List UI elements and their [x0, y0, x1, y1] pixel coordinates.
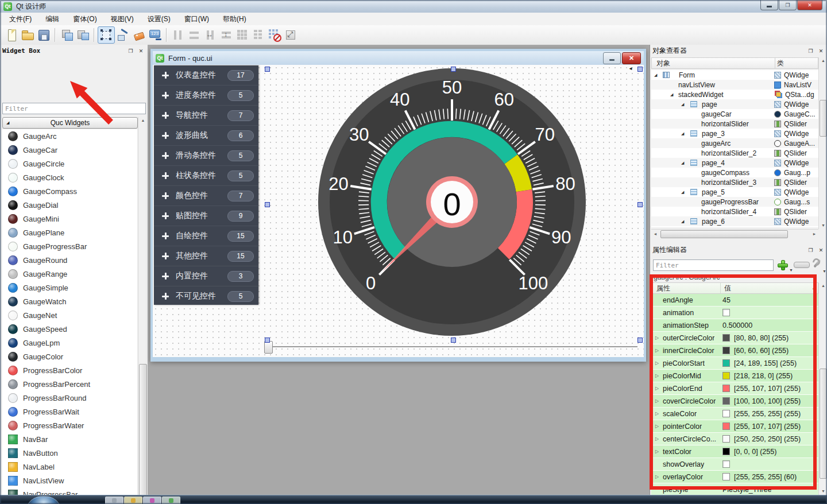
widget-item-NavLabel[interactable]: NavLabel: [2, 460, 137, 474]
property-filter-input[interactable]: [653, 259, 774, 271]
expand-icon[interactable]: ◢: [681, 131, 684, 136]
widget-filter-input[interactable]: [2, 103, 146, 114]
taskbar-app-2[interactable]: [124, 497, 142, 504]
edit-buddies-button[interactable]: [131, 27, 147, 43]
expand-icon[interactable]: ◢: [670, 92, 673, 97]
widget-item-GaugeDial[interactable]: GaugeDial: [2, 198, 137, 212]
restore-button[interactable]: ❐: [779, 0, 797, 10]
float-panel-icon[interactable]: ❐: [126, 47, 135, 55]
tree-row-gaugeCar[interactable]: gaugeCarGaugeC...: [651, 109, 818, 119]
tree-row-stackedWidget[interactable]: ◢stackedWidgetQSta...dg: [651, 90, 818, 99]
nav-item-10[interactable]: 内置控件3: [154, 266, 258, 286]
widget-item-GaugeCar[interactable]: GaugeCar: [2, 143, 137, 157]
taskbar-app-3[interactable]: [143, 497, 161, 504]
tree-row-gaugeArc[interactable]: gaugeArcGaugeA...: [651, 138, 818, 148]
nav-item-4[interactable]: 滑动条控件5: [154, 145, 258, 165]
widget-item-GaugeCircle[interactable]: GaugeCircle: [2, 157, 137, 170]
layout-horizontal-splitter-button[interactable]: [202, 27, 218, 43]
minimize-button[interactable]: [760, 0, 778, 10]
widget-item-NavListView[interactable]: NavListView: [2, 474, 137, 487]
vscrollbar-thumb[interactable]: [820, 100, 827, 137]
selection-handle[interactable]: [637, 202, 643, 207]
add-property-button[interactable]: [774, 258, 790, 272]
form-close-button[interactable]: ✕: [622, 52, 641, 64]
tree-row-page_6[interactable]: ◢page_6QWidge: [651, 216, 818, 226]
nav-item-1[interactable]: 进度条控件5: [154, 85, 258, 105]
cascade-windows-button[interactable]: [59, 27, 75, 43]
tree-row-horizontalSlider_3[interactable]: horizontalSlider_3QSlider: [651, 177, 818, 187]
menu-item-3[interactable]: 视图(V): [104, 13, 141, 26]
widget-item-GaugeArc[interactable]: GaugeArc: [2, 129, 137, 143]
tree-row-page_5[interactable]: ◢page_5QWidge: [651, 187, 818, 197]
save-form-button[interactable]: [36, 27, 52, 43]
scroll-up-icon[interactable]: ▲: [138, 117, 148, 124]
start-orb-icon[interactable]: [27, 496, 60, 504]
expand-icon[interactable]: ◢: [681, 190, 684, 195]
nav-item-8[interactable]: 自绘控件15: [154, 226, 258, 246]
widget-item-GaugeCompass[interactable]: GaugeCompass: [2, 184, 137, 198]
widget-item-GaugePlane[interactable]: GaugePlane: [2, 226, 137, 239]
layout-vertical-button[interactable]: [186, 27, 202, 43]
property-vscrollbar[interactable]: ▲ ▼: [818, 282, 827, 495]
nav-item-7[interactable]: 贴图控件9: [154, 206, 258, 226]
layout-horizontal-button[interactable]: [170, 27, 186, 43]
widget-item-GaugeRound[interactable]: GaugeRound: [2, 253, 137, 267]
add-dropdown-icon[interactable]: ▼: [789, 268, 793, 272]
edit-tab-order-button[interactable]: [147, 27, 163, 43]
tree-row-page[interactable]: ◢pageQWidge: [651, 99, 818, 109]
nav-item-9[interactable]: 其他控件15: [154, 246, 258, 266]
break-layout-button[interactable]: [266, 27, 283, 43]
widget-item-NavBar[interactable]: NavBar: [2, 432, 137, 446]
nav-item-5[interactable]: 柱状条控件5: [154, 165, 258, 185]
layout-form-button[interactable]: [250, 27, 266, 43]
adjust-size-button[interactable]: [283, 27, 299, 43]
widget-item-ProgressBarRound[interactable]: ProgressBarRound: [2, 391, 137, 405]
widget-category-header[interactable]: ◢ Quc Widgets: [2, 117, 138, 129]
widget-item-ProgressBarWait[interactable]: ProgressBarWait: [2, 405, 137, 418]
widget-item-GaugeRange[interactable]: GaugeRange: [2, 267, 137, 281]
inspector-hscrollbar[interactable]: ◄ ►: [651, 229, 818, 239]
scrollbar-thumb[interactable]: [139, 364, 147, 504]
nav-item-3[interactable]: 波形曲线6: [154, 125, 258, 145]
close-panel-icon[interactable]: ✕: [817, 246, 825, 254]
tree-row-gaugeProgressBar[interactable]: gaugeProgressBarGaug...s: [651, 197, 818, 207]
nav-item-0[interactable]: 仪表盘控件17: [154, 65, 258, 85]
open-form-button[interactable]: [20, 27, 36, 43]
taskbar-app-1[interactable]: [105, 497, 123, 504]
widget-item-ProgressBarPercent[interactable]: ProgressBarPercent: [2, 377, 137, 391]
layout-grid-button[interactable]: [234, 27, 250, 43]
tree-row-gaugeCompass[interactable]: gaugeCompassGaug...p: [651, 168, 818, 177]
widget-item-GaugeNet[interactable]: GaugeNet: [2, 308, 137, 322]
widget-item-ProgressBarWater[interactable]: ProgressBarWater: [2, 418, 137, 432]
widget-item-GaugeProgressBar[interactable]: GaugeProgressBar: [2, 239, 137, 253]
nav-item-2[interactable]: 导航控件7: [154, 105, 258, 125]
expand-icon[interactable]: ◢: [681, 219, 684, 224]
widget-item-GaugeSimple[interactable]: GaugeSimple: [2, 281, 137, 294]
widget-item-GaugeLpm[interactable]: GaugeLpm: [2, 336, 137, 350]
configure-dropdown-icon[interactable]: ▼: [822, 269, 826, 273]
form-minimize-button[interactable]: [603, 52, 621, 64]
menu-item-2[interactable]: 窗体(O): [66, 13, 103, 26]
edit-signals-slots-button[interactable]: [115, 27, 131, 43]
menu-item-5[interactable]: 窗口(W): [177, 13, 216, 26]
widget-item-GaugeWatch[interactable]: GaugeWatch: [2, 294, 137, 308]
selection-handle[interactable]: [265, 67, 270, 72]
gauge-arc-widget[interactable]: 01020304050607080901000: [318, 68, 586, 336]
widget-item-GaugeColor[interactable]: GaugeColor: [2, 350, 137, 363]
widget-item-GaugeSpeed[interactable]: GaugeSpeed: [2, 322, 137, 336]
widget-box-scrollbar[interactable]: ▲ ▼: [138, 117, 148, 504]
selection-handle[interactable]: [451, 67, 456, 72]
close-panel-icon[interactable]: ✕: [137, 47, 145, 55]
vscrollbar-thumb[interactable]: [820, 369, 827, 479]
sort-button[interactable]: [794, 262, 810, 268]
float-panel-icon[interactable]: ❐: [806, 47, 815, 55]
menu-item-4[interactable]: 设置(S): [141, 13, 177, 26]
widget-item-GaugeMini[interactable]: GaugeMini: [2, 212, 137, 226]
form-window-titlebar[interactable]: Qt Form - quc.ui ✕: [153, 51, 644, 65]
inspector-vscrollbar[interactable]: ▲ ▼: [818, 57, 827, 229]
expand-icon[interactable]: ◢: [681, 102, 684, 107]
menu-item-6[interactable]: 帮助(H): [216, 13, 253, 26]
nav-item-11[interactable]: 不可见控件5: [154, 286, 258, 306]
inspector-columns[interactable]: 对象 类: [651, 57, 818, 69]
selection-handle[interactable]: [637, 338, 643, 343]
